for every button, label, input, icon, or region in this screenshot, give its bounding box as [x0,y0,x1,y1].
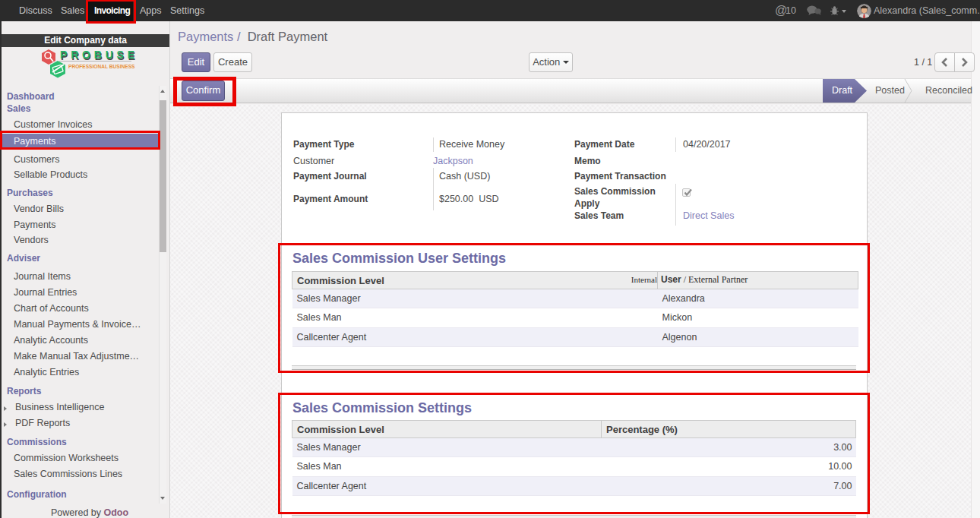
svg-text:PROBUSE: PROBUSE [60,49,138,61]
svg-text:PROFESSIONAL BUSINESS: PROFESSIONAL BUSINESS [68,64,135,69]
